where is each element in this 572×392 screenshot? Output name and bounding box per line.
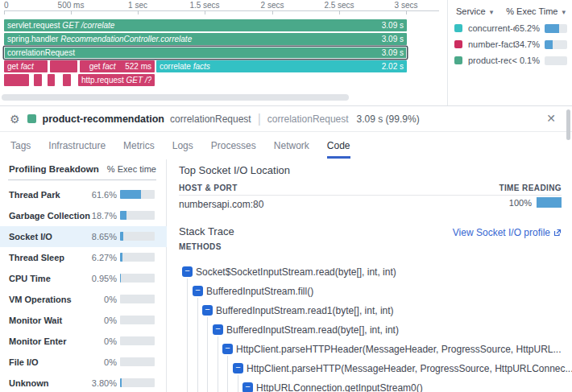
service-row[interactable]: number-facts34.7% xyxy=(454,37,567,52)
tab-processes[interactable]: Processes xyxy=(211,140,256,159)
trace-span[interactable]: http.request GET /? xyxy=(78,74,155,86)
profiling-bar xyxy=(120,357,155,366)
service-color-chip xyxy=(454,40,462,48)
profiling-row[interactable]: VM Operations0% xyxy=(0,289,167,310)
trace-span[interactable]: servlet.request GET /correlate3.09 s xyxy=(4,19,407,31)
trace-span[interactable]: get fact xyxy=(4,60,48,72)
tab-infrastructure[interactable]: Infrastructure xyxy=(48,140,106,159)
collapse-icon[interactable]: − xyxy=(233,363,243,373)
profiling-percent: 0% xyxy=(104,352,117,373)
span-label: get fact xyxy=(83,62,122,71)
profiling-bar-fill xyxy=(120,211,126,220)
service-column-header[interactable]: Service▾ xyxy=(456,6,493,16)
service-color-chip xyxy=(27,114,36,123)
trace-span[interactable]: correlate facts2.02 s xyxy=(156,60,407,72)
trace-span[interactable] xyxy=(63,74,71,86)
profiling-type-label: Thread Park xyxy=(9,184,60,205)
profiling-percent: 6.27% xyxy=(92,247,117,268)
profiling-row[interactable]: Garbage Collection18.7% xyxy=(0,205,167,226)
operation-name: correlationRequest xyxy=(170,113,251,125)
trace-span[interactable] xyxy=(50,60,77,72)
stack-method-row[interactable]: −BufferedInputStream.fill() xyxy=(168,286,572,297)
service-legend-panel: Service▾ % Exec Time▾ concurrent-cor...6… xyxy=(448,0,572,105)
horizontal-scrollbar[interactable] xyxy=(2,94,349,101)
profiling-bar-fill xyxy=(120,232,123,241)
profiling-type-label: CPU Time xyxy=(9,268,51,289)
close-icon[interactable]: ✕ xyxy=(546,112,556,125)
stack-method-name[interactable]: BufferedInputStream.fill() xyxy=(206,286,313,297)
span-label: servlet.request GET /correlate xyxy=(7,21,379,30)
profiling-row[interactable]: Socket I/O8.65% xyxy=(0,226,167,247)
stack-method-row[interactable]: −HttpClient.parseHTTP(MessageHeader, Pro… xyxy=(168,363,572,374)
profiling-percent: 0% xyxy=(104,331,117,352)
profiling-row[interactable]: Monitor Wait0% xyxy=(0,310,167,331)
profiling-row[interactable]: Thread Sleep6.27% xyxy=(0,247,167,268)
stack-method-name[interactable]: HttpURLConnection.getInputStream0() xyxy=(256,382,423,392)
tab-network[interactable]: Network xyxy=(274,140,309,159)
span-duration-label: 3.09 s xyxy=(382,21,404,30)
profiling-type-label: VM Operations xyxy=(9,289,72,310)
stack-method-row[interactable]: −BufferedInputStream.read1(byte[], int, … xyxy=(168,305,572,316)
profiling-percent: 18.7% xyxy=(92,205,117,226)
profiling-bar xyxy=(120,295,155,303)
profiling-row[interactable]: Unknown3.80% xyxy=(0,373,167,392)
trace-span[interactable] xyxy=(48,74,55,86)
trace-span[interactable]: correlationRequest3.09 s xyxy=(4,47,407,59)
trace-span[interactable]: spring.handler RecommendationController.… xyxy=(4,33,407,45)
stack-method-row[interactable]: −Socket$SocketInputStream.read(byte[], i… xyxy=(168,266,572,278)
stack-method-row[interactable]: −HttpClient.parseHTTPHeader(MessageHeade… xyxy=(168,344,572,355)
trace-span[interactable] xyxy=(34,74,42,86)
stack-method-name[interactable]: HttpClient.parseHTTP(MessageHeader, Prog… xyxy=(247,363,572,374)
service-name: concurrent-cor... xyxy=(468,23,515,33)
stack-method-name[interactable]: BufferedInputStream.read(byte[], int, in… xyxy=(226,324,399,336)
profiling-percent: 8.65% xyxy=(92,226,117,247)
stack-method-row[interactable]: −BufferedInputStream.read(byte[], int, i… xyxy=(168,324,572,336)
resource-name: correlationRequest xyxy=(267,113,349,125)
service-exec-bar-fill xyxy=(545,40,553,49)
collapse-icon[interactable]: − xyxy=(202,305,213,316)
services-gear-icon[interactable]: ⚙ xyxy=(10,113,20,125)
detail-tabs: TagsInfrastructureMetricsLogsProcessesNe… xyxy=(0,132,572,159)
stack-trace-tree: −Socket$SocketInputStream.read(byte[], i… xyxy=(168,159,572,392)
profiling-bar xyxy=(120,253,155,262)
tab-logs[interactable]: Logs xyxy=(172,140,193,159)
service-row[interactable]: product-recom...< 0.1% xyxy=(454,53,567,68)
service-rows: concurrent-cor...65.2%number-facts34.7%p… xyxy=(448,21,572,68)
tab-metrics[interactable]: Metrics xyxy=(123,140,155,159)
header-separator: | xyxy=(258,112,261,126)
profiling-row[interactable]: Thread Park61.6% xyxy=(0,184,167,205)
stack-method-name[interactable]: Socket$SocketInputStream.read(byte[], in… xyxy=(196,266,396,278)
profiling-bar-fill xyxy=(120,253,122,262)
exec-time-column-header[interactable]: % Exec Time▾ xyxy=(506,6,566,16)
profiling-row[interactable]: Monitor Enter0% xyxy=(0,331,167,352)
tab-code[interactable]: Code xyxy=(327,140,350,159)
collapse-icon[interactable]: − xyxy=(193,286,203,296)
tab-tags[interactable]: Tags xyxy=(10,140,31,159)
vertical-scrollbar[interactable] xyxy=(566,109,570,140)
profiling-bar-fill xyxy=(120,190,141,199)
collapse-icon[interactable]: − xyxy=(242,382,253,392)
stack-method-name[interactable]: BufferedInputStream.read1(byte[], int, i… xyxy=(216,305,394,316)
span-label: correlationRequest xyxy=(7,48,379,57)
exec-time-column-label: % Exec time xyxy=(107,164,156,177)
caret-down-icon: ▾ xyxy=(490,8,494,16)
profiling-type-label: Thread Sleep xyxy=(9,247,64,268)
profiling-bar xyxy=(120,274,155,283)
profiling-row[interactable]: CPU Time0.95% xyxy=(0,268,167,289)
stack-method-row[interactable]: −HttpURLConnection.getInputStream0() xyxy=(168,382,572,392)
service-exec-percent: < 0.1% xyxy=(512,56,540,65)
stack-method-name[interactable]: HttpClient.parseHTTPHeader(MessageHeader… xyxy=(236,344,562,355)
profiling-type-label: Unknown xyxy=(9,373,49,392)
profiling-row[interactable]: File I/O0% xyxy=(0,352,167,373)
profiling-type-label: Monitor Enter xyxy=(9,331,67,352)
span-duration: 3.09 s (99.9%) xyxy=(357,113,420,125)
trace-span[interactable] xyxy=(4,74,29,86)
collapse-icon[interactable]: − xyxy=(213,324,223,335)
profiling-bar xyxy=(120,211,155,220)
trace-span[interactable]: get fact522 ms xyxy=(80,60,155,72)
collapse-icon[interactable]: − xyxy=(182,266,193,277)
service-color-chip xyxy=(454,56,462,64)
service-row[interactable]: concurrent-cor...65.2% xyxy=(454,21,567,35)
span-label: spring.handler RecommendationController.… xyxy=(7,35,379,43)
collapse-icon[interactable]: − xyxy=(222,344,233,354)
